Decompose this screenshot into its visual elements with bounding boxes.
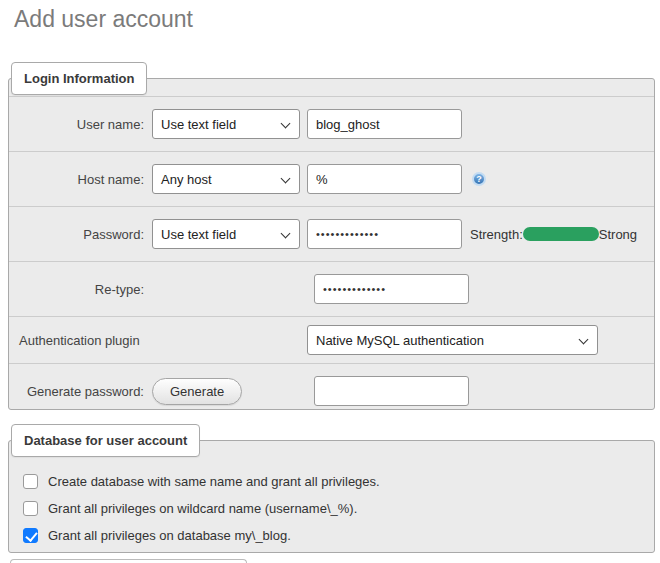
wildcard-grant-checkbox[interactable] <box>23 501 38 516</box>
username-row: User name: Use text field <box>9 96 654 151</box>
retype-password-input[interactable] <box>314 274 469 304</box>
password-strength: Strength: Strong <box>470 227 637 242</box>
auth-plugin-row: Authentication plugin Native MySQL authe… <box>9 316 654 363</box>
strength-value: Strong <box>599 227 637 242</box>
auth-plugin-select[interactable]: Native MySQL authentication <box>307 325 598 355</box>
create-db-row: Create database with same name and grant… <box>9 468 654 495</box>
add-user-account-page: Add user account Login Information User … <box>0 0 660 563</box>
username-type-select[interactable]: Use text field <box>152 109 300 139</box>
hostname-type-select-value: Any host <box>161 172 212 187</box>
strength-meter <box>523 227 599 241</box>
page-title: Add user account <box>14 6 193 33</box>
strength-label: Strength: <box>470 227 523 242</box>
chevron-down-icon <box>281 119 291 129</box>
auth-plugin-label: Authentication plugin <box>9 333 299 348</box>
generate-password-row: Generate password: Generate <box>9 363 654 418</box>
db-grant-row: Grant all privileges on database my\_blo… <box>9 522 654 549</box>
auth-plugin-select-value: Native MySQL authentication <box>316 333 484 348</box>
hostname-type-select[interactable]: Any host <box>152 164 300 194</box>
login-information-legend: Login Information <box>11 62 147 95</box>
db-grant-checkbox[interactable] <box>23 528 38 543</box>
chevron-down-icon <box>281 174 291 184</box>
chevron-down-icon <box>281 229 291 239</box>
wildcard-grant-label: Grant all privileges on wildcard name (u… <box>48 501 357 516</box>
db-grant-label: Grant all privileges on database my\_blo… <box>48 528 291 543</box>
password-label: Password: <box>9 227 144 242</box>
help-icon[interactable]: ? <box>472 172 486 186</box>
generated-password-input[interactable] <box>314 376 469 406</box>
next-section-legend-partial <box>10 559 247 563</box>
generate-password-label: Generate password: <box>9 384 144 399</box>
database-legend: Database for user account <box>11 424 200 457</box>
hostname-row: Host name: Any host ? <box>9 151 654 206</box>
create-db-checkbox[interactable] <box>23 474 38 489</box>
retype-row: Re-type: <box>9 261 654 316</box>
password-type-select-value: Use text field <box>161 227 236 242</box>
password-row: Password: Use text field Strength: Stron… <box>9 206 654 261</box>
hostname-input[interactable] <box>307 164 462 194</box>
username-input[interactable] <box>307 109 462 139</box>
create-db-label: Create database with same name and grant… <box>48 474 380 489</box>
login-information-fieldset: Login Information User name: Use text fi… <box>8 78 655 410</box>
wildcard-grant-row: Grant all privileges on wildcard name (u… <box>9 495 654 522</box>
username-type-select-value: Use text field <box>161 117 236 132</box>
retype-label: Re-type: <box>9 282 144 297</box>
hostname-label: Host name: <box>9 172 144 187</box>
password-type-select[interactable]: Use text field <box>152 219 300 249</box>
username-label: User name: <box>9 117 144 132</box>
password-input[interactable] <box>307 219 462 249</box>
database-fieldset: Database for user account Create databas… <box>8 440 655 553</box>
generate-button[interactable]: Generate <box>152 378 242 405</box>
chevron-down-icon <box>579 335 589 345</box>
